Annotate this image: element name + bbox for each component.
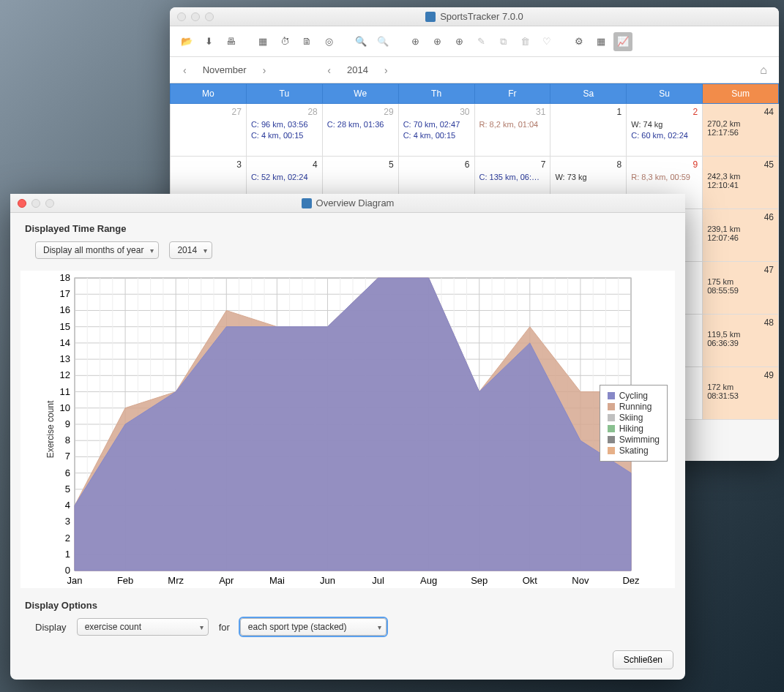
calendar-cell[interactable]: 31R: 8,2 km, 01:04: [474, 104, 550, 157]
range-select[interactable]: Display all months of year: [35, 241, 159, 259]
weekday-header: Th: [398, 84, 474, 104]
svg-text:14: 14: [60, 337, 70, 348]
heart-icon[interactable]: ♡: [537, 32, 556, 51]
next-month-icon[interactable]: ›: [260, 64, 269, 76]
year-label: 2014: [347, 64, 368, 75]
chart-area: Exercise count 0123456789101112131415161…: [20, 271, 675, 588]
week-summary-cell: 49172 km08:31:53: [703, 367, 779, 420]
minimize-icon[interactable]: [31, 199, 40, 208]
svg-text:0: 0: [65, 565, 70, 576]
app-icon: [425, 12, 436, 22]
window-title: SportsTracker 7.0.0: [440, 11, 523, 22]
week-summary-cell: 47175 km08:55:59: [703, 262, 779, 315]
svg-text:5: 5: [65, 484, 70, 494]
home-icon[interactable]: ⌂: [760, 64, 767, 77]
minimize-icon[interactable]: [191, 12, 200, 21]
close-icon[interactable]: [18, 199, 26, 208]
svg-text:13: 13: [60, 353, 70, 364]
svg-text:10: 10: [60, 402, 70, 413]
next-year-icon[interactable]: ›: [381, 64, 391, 76]
week-summary-cell: 46239,1 km12:07:46: [703, 209, 779, 262]
add-note-icon[interactable]: ⊕: [428, 32, 447, 51]
year-select[interactable]: 2014: [169, 241, 212, 259]
weekday-header: Mo: [171, 84, 247, 104]
chart-legend: CyclingRunningSkiingHikingSwimmingSkatin…: [600, 385, 668, 462]
zoom-icon[interactable]: [205, 12, 214, 21]
calendar-cell[interactable]: 29C: 28 km, 01:36: [322, 104, 398, 157]
svg-text:Sep: Sep: [471, 575, 488, 586]
legend-item: Skating: [608, 445, 660, 456]
toolbar: 📂 ⬇ 🖶 ▦ ⏱ 🗎 ◎ 🔍 🔍 ⊕ ⊕ ⊕ ✎ ⧉ 🗑 ♡ ⚙ ▦ 📈: [170, 26, 779, 57]
calendar-cell[interactable]: 30C: 70 km, 02:47C: 4 km, 00:15: [398, 104, 474, 157]
copy-icon[interactable]: ⧉: [493, 32, 512, 51]
close-button[interactable]: Schließen: [613, 650, 673, 669]
dialog-title: Overview Diagram: [316, 198, 395, 208]
month-label: November: [203, 64, 247, 75]
edit-icon[interactable]: ✎: [471, 32, 490, 51]
svg-text:4: 4: [65, 500, 70, 511]
svg-text:Jun: Jun: [320, 575, 335, 586]
range-section-label: Displayed Time Range: [10, 213, 685, 238]
grid-icon[interactable]: ▦: [591, 32, 611, 51]
print-icon[interactable]: 🖶: [221, 32, 240, 51]
svg-text:Apr: Apr: [219, 575, 234, 586]
svg-text:3: 3: [65, 516, 70, 527]
calendar-icon[interactable]: ▦: [253, 32, 272, 51]
svg-text:18: 18: [60, 272, 70, 283]
metric-select[interactable]: exercise count: [77, 618, 209, 636]
prev-month-icon[interactable]: ‹: [180, 64, 190, 76]
overview-dialog: Overview Diagram Displayed Time Range Di…: [10, 194, 685, 680]
svg-text:7: 7: [65, 451, 70, 462]
group-select[interactable]: each sport type (stacked): [240, 618, 387, 636]
chart-plot: 0123456789101112131415161718JanFebMrzApr…: [59, 271, 666, 593]
week-summary-cell: 44270,2 km12:17:56: [703, 104, 779, 157]
y-axis-label: Exercise count: [45, 401, 56, 459]
weekday-header: Sum: [703, 84, 779, 104]
svg-text:16: 16: [60, 304, 70, 315]
svg-text:8: 8: [65, 435, 70, 445]
svg-text:Jul: Jul: [372, 575, 384, 586]
save-icon[interactable]: ⬇: [199, 32, 218, 51]
zoom-icon[interactable]: [45, 199, 54, 208]
stopwatch-icon[interactable]: ⏱: [275, 32, 294, 51]
add-weight-icon[interactable]: ⊕: [449, 32, 468, 51]
main-titlebar: SportsTracker 7.0.0: [170, 7, 779, 26]
settings-icon[interactable]: ⚙: [570, 32, 589, 51]
weekday-header: Sa: [550, 84, 627, 104]
week-summary-cell: 48119,5 km06:36:39: [703, 315, 779, 367]
document-icon[interactable]: 🗎: [297, 32, 316, 51]
target-icon[interactable]: ◎: [319, 32, 338, 51]
dialog-titlebar: Overview Diagram: [10, 194, 685, 213]
zoom-out-icon[interactable]: 🔍: [373, 32, 392, 51]
svg-text:12: 12: [60, 369, 70, 380]
weekday-header: We: [322, 84, 398, 104]
svg-text:17: 17: [60, 288, 70, 299]
options-section-label: Display Options: [10, 590, 685, 615]
svg-text:Mai: Mai: [269, 575, 285, 586]
svg-text:Aug: Aug: [420, 575, 437, 586]
app-icon: [302, 198, 312, 208]
svg-text:9: 9: [65, 418, 70, 429]
weekday-header: Tu: [246, 84, 322, 104]
weekday-header: Su: [627, 84, 703, 104]
weekday-header: Fr: [474, 84, 550, 104]
chart-icon[interactable]: 📈: [613, 32, 632, 51]
legend-item: Running: [608, 402, 660, 412]
svg-text:15: 15: [60, 321, 70, 332]
zoom-in-icon[interactable]: 🔍: [351, 32, 370, 51]
prev-year-icon[interactable]: ‹: [324, 64, 334, 76]
display-word: Display: [35, 622, 67, 633]
open-icon[interactable]: 📂: [177, 32, 196, 51]
calendar-cell[interactable]: 1: [550, 104, 627, 157]
legend-item: Skiing: [608, 413, 660, 423]
nav-row: ‹ November › ‹ 2014 › ⌂: [170, 57, 779, 83]
svg-text:Jan: Jan: [67, 575, 83, 586]
add-exercise-icon[interactable]: ⊕: [406, 32, 425, 51]
calendar-cell[interactable]: 2W: 74 kgC: 60 km, 02:24: [627, 104, 703, 157]
calendar-cell[interactable]: 28C: 96 km, 03:56C: 4 km, 00:15: [246, 104, 322, 157]
calendar-cell[interactable]: 27: [171, 104, 247, 157]
close-icon[interactable]: [177, 12, 186, 21]
week-summary-cell: 45242,3 km12:10:41: [703, 157, 779, 209]
delete-icon[interactable]: 🗑: [515, 32, 534, 51]
svg-text:2: 2: [65, 533, 70, 544]
